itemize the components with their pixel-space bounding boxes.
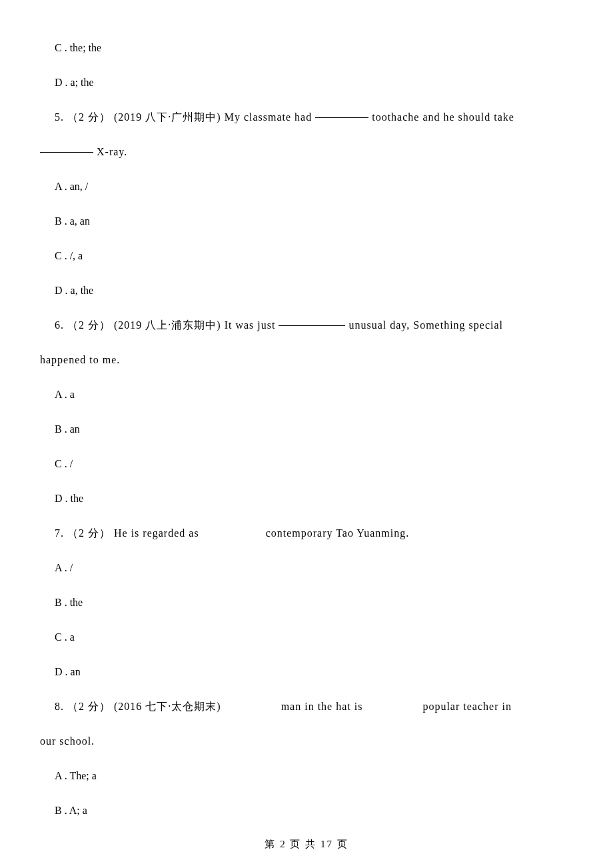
q8-stem-b: man in the hat is (281, 701, 363, 712)
q5-stem-c: X-ray. (93, 146, 127, 157)
q8-stem-a: 8. （2 分） (2016 七下·太仓期末) (55, 701, 221, 712)
q6-stem-a: 6. （2 分） (2019 八上·浦东期中) It was just (55, 319, 279, 331)
q5-blank-1[interactable] (315, 117, 368, 118)
q7-option-d[interactable]: D . an (20, 664, 593, 680)
q5-stem-b: toothache and he should take (368, 111, 514, 123)
q6-stem-b: unusual day, Something special (345, 319, 503, 331)
q6-stem-line1: 6. （2 分） (2019 八上·浦东期中) It was just unus… (20, 317, 593, 333)
q8-stem-line2: our school. (20, 733, 593, 749)
q7-stem-b: contemporary Tao Yuanming. (266, 527, 410, 539)
q7-stem: 7. （2 分） He is regarded ascontemporary T… (20, 525, 593, 541)
q6-option-a[interactable]: A . a (20, 387, 593, 403)
q4-option-c[interactable]: C . the; the (20, 40, 593, 56)
q5-blank-2[interactable] (40, 151, 93, 153)
q6-option-d[interactable]: D . the (20, 491, 593, 507)
q5-option-c[interactable]: C . /, a (20, 248, 593, 264)
q6-blank-1[interactable] (279, 325, 345, 326)
q8-stem-d: our school. (40, 735, 95, 747)
page-number: 第 2 页 共 17 页 (0, 837, 613, 852)
q8-option-a[interactable]: A . The; a (20, 768, 593, 784)
q8-stem-c: popular teacher in (422, 701, 512, 712)
q7-option-c[interactable]: C . a (20, 629, 593, 645)
q7-option-b[interactable]: B . the (20, 595, 593, 611)
q5-stem-a: 5. （2 分） (2019 八下·广州期中) My classmate had (55, 111, 315, 123)
q5-stem-line2: X-ray. (20, 144, 593, 160)
q6-option-c[interactable]: C . / (20, 456, 593, 472)
q5-option-d[interactable]: D . a, the (20, 283, 593, 299)
q6-stem-c: happened to me. (40, 354, 120, 365)
q7-option-a[interactable]: A . / (20, 560, 593, 576)
q4-option-d[interactable]: D . a; the (20, 75, 593, 91)
q6-option-b[interactable]: B . an (20, 421, 593, 437)
q8-stem-line1: 8. （2 分） (2016 七下·太仓期末)man in the hat is… (20, 699, 593, 715)
q8-option-b[interactable]: B . A; a (20, 803, 593, 819)
q7-stem-a: 7. （2 分） He is regarded as (55, 527, 199, 539)
q5-stem-line1: 5. （2 分） (2019 八下·广州期中) My classmate had… (20, 109, 593, 125)
q5-option-b[interactable]: B . a, an (20, 213, 593, 229)
q6-stem-line2: happened to me. (20, 352, 593, 368)
q5-option-a[interactable]: A . an, / (20, 179, 593, 195)
